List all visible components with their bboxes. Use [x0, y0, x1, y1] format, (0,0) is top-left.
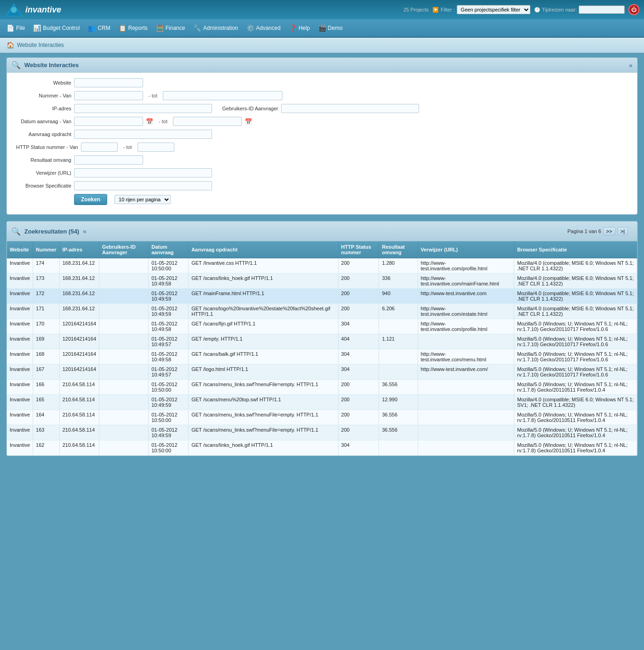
budget-icon: 📊 [33, 24, 41, 32]
table-cell: 01-05-2012 10:50:00 [149, 440, 189, 456]
table-row[interactable]: Invantive162210.64.58.11401-05-2012 10:5… [7, 440, 637, 456]
table-cell: 166 [33, 380, 60, 395]
table-cell: 169 [33, 334, 60, 349]
nav-item-crm[interactable]: 👥 CRM [84, 22, 114, 34]
table-cell: GET /empty. HTTP/1.1 [189, 334, 338, 349]
breadcrumb: 🏠 Website Interacties [0, 38, 644, 53]
datum-van-input[interactable] [74, 117, 143, 126]
table-cell: http://www-test.invantive.com/mainFrame.… [418, 274, 514, 289]
browser-input[interactable] [74, 181, 212, 190]
table-cell: Invantive [7, 258, 33, 274]
time-input[interactable] [579, 6, 625, 14]
opdracht-input[interactable] [74, 130, 212, 139]
table-cell: Mozilla/4.0 (compatible; MSIE 6.0; Windo… [514, 289, 637, 304]
table-cell: 01-05-2012 10:50:00 [149, 380, 189, 395]
help-icon: ❓ [289, 24, 297, 32]
results-panel-header: 🔍 Zoekresultaten (54) « Pagina 1 van 6 >… [7, 222, 637, 241]
filter-select[interactable]: Geen projectspecifiek filter [457, 5, 530, 14]
http-tot-input[interactable] [138, 143, 174, 152]
table-row[interactable]: Invantive166210.64.58.11401-05-2012 10:5… [7, 380, 637, 395]
col-verwijzer: Verwijzer (URL) [418, 241, 514, 258]
table-row[interactable]: Invantive164210.64.58.11401-05-2012 10:5… [7, 410, 637, 425]
rows-per-page-select[interactable]: 10 rijen per pagina [115, 195, 171, 204]
nav-label-demo: Demo [328, 25, 343, 31]
nav-item-reports[interactable]: 📋 Reports [115, 22, 151, 34]
nummer-tot-input[interactable] [163, 91, 282, 100]
table-row[interactable]: Invantive173168.231.64.1201-05-2012 10:4… [7, 274, 637, 289]
table-cell: 200 [338, 274, 379, 289]
logo-text: invantive [25, 5, 61, 15]
nav-item-demo[interactable]: 🎬 Demo [315, 22, 346, 34]
table-cell: Mozilla/5.0 (Windows; U; Windows NT 5.1;… [514, 425, 637, 440]
table-row[interactable]: Invantive17012016421416401-05-2012 10:49… [7, 319, 637, 334]
table-cell: GET /scans/fijn.gif HTTP/1.1 [189, 319, 338, 334]
table-cell: http://www-test.invantive.com/profile.ht… [418, 258, 514, 274]
table-cell: Invantive [7, 365, 33, 380]
http-van-input[interactable] [81, 143, 118, 152]
nav-item-budget[interactable]: 📊 Budget Control [29, 22, 83, 34]
nav-label-finance: Finance [166, 25, 185, 31]
table-header: Website Nummer IP-adres Gebruikers-ID Aa… [7, 241, 637, 258]
datum-tot-label: - tot [159, 119, 167, 124]
form-row-http: HTTP Status nummer - Van - tot [16, 143, 628, 152]
table-row[interactable]: Invantive172168.231.64.1201-05-2012 10:4… [7, 289, 637, 304]
resultaat-input[interactable] [74, 155, 143, 165]
nav-item-finance[interactable]: 🧮 Finance [152, 22, 189, 34]
table-cell: 01-05-2012 10:50:00 [149, 410, 189, 425]
table-cell: 174 [33, 258, 60, 274]
table-row[interactable]: Invantive16912016421416401-05-2012 10:49… [7, 334, 637, 349]
datum-tot-input[interactable] [173, 117, 242, 126]
nav-item-advanced[interactable]: ⚙️ Advanced [243, 22, 284, 34]
nav-item-admin[interactable]: 🔧 Administration [190, 22, 242, 34]
form-row-verwijzer: Verwijzer (URL) [16, 168, 628, 177]
table-cell: 1.121 [379, 334, 418, 349]
table-cell: GET /scans/balk.gif HTTP/1.1 [189, 349, 338, 365]
calendar-icon-1[interactable]: 📅 [146, 118, 153, 125]
table-row[interactable]: Invantive16812016421416401-05-2012 10:49… [7, 349, 637, 365]
calendar-icon-2[interactable]: 📅 [245, 118, 252, 125]
table-cell: Mozilla/5.0 (Windows; U; Windows NT 5.1;… [514, 349, 637, 365]
table-cell: Invantive [7, 274, 33, 289]
table-cell: 01-05-2012 10:49:59 [149, 304, 189, 319]
table-cell [418, 380, 514, 395]
table-cell: Invantive [7, 319, 33, 334]
table-cell: 304 [338, 440, 379, 456]
verwijzer-input[interactable] [74, 168, 212, 177]
last-page-button[interactable]: >| [617, 227, 628, 235]
results-panel-collapse-btn[interactable]: « [83, 228, 86, 235]
uid-label: Gebruikers-ID Aanvrager [222, 106, 278, 111]
search-panel-collapse-btn[interactable]: « [629, 62, 632, 69]
table-cell [99, 258, 149, 274]
time-travel-area: 🕐 Tijdreizen naar: [534, 6, 625, 14]
top-right-controls: 25 Projects 🔽 Filter : Geen projectspeci… [403, 4, 639, 15]
advanced-icon: ⚙️ [247, 24, 254, 32]
table-cell: 210.64.58.114 [59, 440, 99, 456]
table-cell [99, 319, 149, 334]
table-row[interactable]: Invantive174168.231.64.1201-05-2012 10:5… [7, 258, 637, 274]
table-cell: http://www-test.invantive.com/menu.html [418, 349, 514, 365]
table-cell: Invantive [7, 380, 33, 395]
website-input[interactable] [74, 78, 143, 87]
table-cell: 01-05-2012 10:49:57 [149, 334, 189, 349]
table-cell: 200 [338, 289, 379, 304]
table-row[interactable]: Invantive165210.64.58.11401-05-2012 10:4… [7, 395, 637, 410]
table-cell: Invantive [7, 289, 33, 304]
ip-input[interactable] [74, 104, 212, 113]
nav-bar: 📄 File 📊 Budget Control 👥 CRM 📋 Reports … [0, 19, 644, 38]
table-cell: 1.280 [379, 258, 418, 274]
home-icon: 🏠 [6, 41, 14, 49]
nummer-van-input[interactable] [74, 91, 143, 100]
power-button[interactable]: ⏻ [628, 4, 639, 15]
table-row[interactable]: Invantive171168.231.64.1201-05-2012 10:4… [7, 304, 637, 319]
table-row[interactable]: Invantive16712016421416401-05-2012 10:49… [7, 365, 637, 380]
table-row[interactable]: Invantive163210.64.58.11401-05-2012 10:4… [7, 425, 637, 440]
nav-item-help[interactable]: ❓ Help [285, 22, 314, 34]
table-cell: 168.231.64.12 [59, 258, 99, 274]
next-page-button[interactable]: >> [603, 227, 615, 235]
filter-area: 🔽 Filter : Geen projectspecifiek filter [432, 5, 530, 14]
search-button[interactable]: Zoeken [74, 194, 107, 205]
table-cell: 170 [33, 319, 60, 334]
nav-label-crm: CRM [98, 25, 110, 31]
uid-input[interactable] [281, 104, 419, 113]
nav-item-file[interactable]: 📄 File [3, 22, 29, 34]
